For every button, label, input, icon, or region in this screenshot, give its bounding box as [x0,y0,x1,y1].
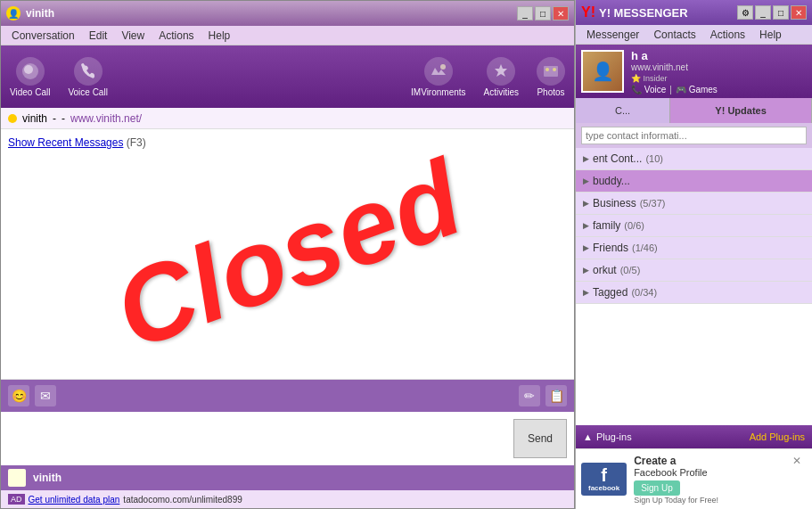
plugins-bar: ▲ Plug-ins Add Plug-ins [576,425,812,448]
search-bar [576,123,812,148]
chat-menu-bar: Conversation Edit View Actions Help [1,26,574,45]
ad-text[interactable]: Get unlimited data plan [29,495,120,505]
imvironments-button[interactable]: IMVironments [411,57,466,97]
voice-call-icon [74,57,103,86]
mess-maximize-button[interactable]: □ [773,5,789,20]
send-button[interactable]: Send [513,419,567,458]
video-call-icon [16,57,45,86]
group-orkut: ▶ orkut (0/5) [576,259,812,282]
title-bar: 👤 vinith _ □ ✕ [1,1,574,26]
group-header-friends[interactable]: ▶ Friends (1/46) [576,237,812,259]
messenger-menu: Messenger Contacts Actions Help [576,25,812,45]
group-header-business[interactable]: ▶ Business (5/37) [576,193,812,214]
voice-icon[interactable]: 📞 Voice [631,85,666,94]
mess-settings-icon[interactable]: ⚙ [737,5,753,20]
mess-minimize-button[interactable]: _ [755,5,771,20]
mess-menu-contacts[interactable]: Contacts [646,27,702,43]
separator: | [669,85,672,94]
group-header-recent[interactable]: ▶ ent Cont... (10) [576,148,812,169]
fb-ad-small-text: Sign Up Today for Free! [634,496,785,505]
ad-label: AD [8,494,25,505]
chat-toolbar: Video Call Voice Call IMVironments [1,45,574,108]
menu-actions[interactable]: Actions [152,28,201,44]
group-arrow-tagged: ▶ [583,288,589,297]
photos-button[interactable]: Photos [537,57,565,97]
status-indicator [8,114,17,123]
profile-info: h a www.vinith.net ⭐ Insider 📞 Voice | 🎮… [631,49,807,94]
title-bar-left: 👤 vinith [6,6,54,21]
group-count-recent: (10) [645,153,663,164]
chat-window: 👤 vinith _ □ ✕ Conversation Edit View Ac… [0,0,575,509]
messenger-title-bar: Y! Y! MESSENGER ⚙ _ □ ✕ [576,0,812,25]
group-business: ▶ Business (5/37) [576,193,812,215]
profile-buttons: 📞 Voice | 🎮 Games [631,85,807,94]
mess-close-button[interactable]: ✕ [791,5,807,20]
add-plugins-button[interactable]: Add Plug-ins [750,431,805,442]
group-header-family[interactable]: ▶ family (0/6) [576,215,812,236]
mess-menu-actions[interactable]: Actions [703,27,752,43]
format-button[interactable]: ✏ [519,385,540,406]
contacts-tab[interactable]: C... [576,98,670,123]
group-header-tagged[interactable]: ▶ Tagged (0/34) [576,282,812,303]
group-buddy: ▶ buddy... [576,170,812,193]
activities-icon [487,57,515,86]
facebook-f-icon: f [601,466,607,484]
status-separator2: - [62,112,65,125]
svg-point-2 [440,64,446,70]
menu-help[interactable]: Help [201,28,238,44]
facebook-ad: f facebook Create a Facebook Profile Sig… [576,448,812,509]
group-name-recent: ent Cont... [593,152,642,165]
contact-search-input[interactable] [581,127,807,144]
profile-action-icons: ⭐ Insider [631,74,807,83]
group-header-orkut[interactable]: ▶ orkut (0/5) [576,259,812,281]
profile-name: h a [631,49,807,62]
activities-button[interactable]: Activities [484,57,519,97]
mess-menu-help[interactable]: Help [752,27,789,43]
messenger-title-controls: ⚙ _ □ ✕ [737,5,807,20]
group-header-buddy[interactable]: ▶ buddy... [576,170,812,192]
group-name-business: Business [593,197,636,209]
message-input[interactable] [1,412,513,465]
voice-call-button[interactable]: Voice Call [68,57,107,97]
group-name-tagged: Tagged [593,286,627,299]
mess-menu-messenger[interactable]: Messenger [579,27,646,43]
menu-conversation[interactable]: Conversation [4,28,82,44]
svg-point-1 [24,65,33,74]
video-call-button[interactable]: Video Call [10,57,50,97]
contacts-list: ▶ ent Cont... (10) ▶ buddy... ▶ Business… [576,148,812,425]
contact-avatar [8,469,26,487]
title-controls: _ □ ✕ [517,6,569,21]
fb-signup-button[interactable]: Sign Up [634,480,680,496]
facebook-logo: f facebook [581,463,627,496]
group-arrow-orkut: ▶ [583,266,589,275]
show-recent-link[interactable]: Show Recent Messages [8,136,123,149]
menu-view[interactable]: View [114,28,152,44]
close-button[interactable]: ✕ [553,6,569,21]
svg-point-4 [545,68,549,71]
chat-area: Show Recent Messages (F3) Closed [1,129,574,380]
messenger-panel: Y! Y! MESSENGER ⚙ _ □ ✕ Messenger Contac… [575,0,812,509]
fb-ad-close-icon[interactable]: ✕ [792,455,807,469]
plugins-left: ▲ Plug-ins [583,431,632,442]
menu-edit[interactable]: Edit [82,28,115,44]
toolbar-right: IMVironments Activities Photos [411,57,565,97]
maximize-button[interactable]: □ [535,6,551,21]
fb-ad-title: Create a [634,455,785,467]
minimize-button[interactable]: _ [517,6,533,21]
group-count-friends: (1/46) [632,242,658,253]
clipboard-button[interactable]: 📋 [545,385,567,406]
updates-tab[interactable]: Y! Updates [670,98,812,123]
group-count-family: (0/6) [624,220,644,231]
group-arrow-business: ▶ [583,199,589,208]
status-bar: vinith - - www.vinith.net/ [1,108,574,129]
insider-badge: ⭐ Insider [631,74,668,83]
nudge-button[interactable]: ✉ [35,385,56,406]
photos-icon [537,57,565,86]
group-name-buddy: buddy... [593,175,630,187]
profile-area: 👤 h a www.vinith.net ⭐ Insider 📞 Voice |… [576,45,812,98]
group-family: ▶ family (0/6) [576,215,812,237]
emoji-button[interactable]: 😊 [8,385,29,406]
status-url[interactable]: www.vinith.net/ [70,112,142,125]
fb-ad-subtitle: Facebook Profile [634,467,785,478]
games-icon[interactable]: 🎮 Games [676,85,718,94]
